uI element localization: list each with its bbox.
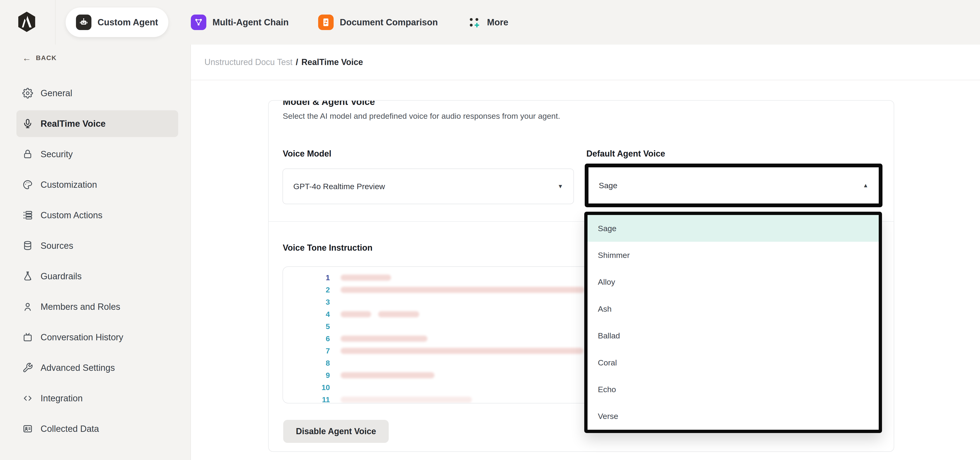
sidebar-item-label: Members and Roles bbox=[41, 302, 120, 312]
flask-icon bbox=[22, 271, 33, 282]
sidebar-item-integration[interactable]: Integration bbox=[0, 383, 190, 414]
sidebar-item-label: Advanced Settings bbox=[41, 363, 115, 373]
voice-option-label: Ballad bbox=[598, 331, 620, 340]
sidebar-item-collected-data[interactable]: Collected Data bbox=[0, 414, 190, 444]
breadcrumb-parent[interactable]: Unstructured Docu Test bbox=[204, 57, 293, 67]
code-icon bbox=[22, 393, 33, 404]
voice-option-verse[interactable]: Verse bbox=[587, 403, 879, 430]
redacted-text bbox=[340, 287, 584, 293]
default-agent-voice-select[interactable]: Sage ▲ bbox=[585, 164, 883, 207]
redacted-text bbox=[340, 348, 583, 354]
tab-label: Document Comparison bbox=[340, 18, 438, 27]
line-number: 11 bbox=[283, 394, 330, 403]
voice-option-ballad[interactable]: Ballad bbox=[587, 323, 879, 349]
line-number: 8 bbox=[283, 357, 330, 369]
sidebar-item-general[interactable]: General bbox=[0, 78, 190, 109]
line-number: 7 bbox=[283, 345, 330, 357]
sidebar-item-label: Sources bbox=[41, 241, 73, 251]
disable-agent-voice-button[interactable]: Disable Agent Voice bbox=[283, 420, 389, 443]
voice-model-label: Voice Model bbox=[283, 149, 331, 159]
voice-option-sage[interactable]: Sage bbox=[587, 215, 879, 242]
sidebar-item-label: Guardrails bbox=[41, 271, 81, 281]
sidebar-item-guardrails[interactable]: Guardrails bbox=[0, 261, 190, 291]
palette-icon bbox=[22, 179, 33, 190]
lock-icon bbox=[22, 149, 33, 160]
line-number: 2 bbox=[283, 284, 330, 296]
tab-multi-agent-chain[interactable]: Multi-Agent Chain bbox=[184, 8, 296, 37]
default-agent-voice-label: Default Agent Voice bbox=[586, 149, 665, 159]
sidebar-item-conversation-history[interactable]: Conversation History bbox=[0, 322, 190, 353]
top-tabs: Custom AgentMulti-Agent ChainDocument Co… bbox=[66, 0, 515, 45]
voice-option-label: Echo bbox=[598, 385, 616, 394]
sidebar-item-realtime-voice[interactable]: RealTime Voice bbox=[0, 109, 190, 139]
sidebar-item-custom-actions[interactable]: Custom Actions bbox=[0, 200, 190, 230]
sidebar-item-label: Collected Data bbox=[41, 424, 99, 434]
sidebar-item-members-and-roles[interactable]: Members and Roles bbox=[0, 291, 190, 322]
hexagon-logo-icon bbox=[16, 8, 38, 36]
topbar: Custom AgentMulti-Agent ChainDocument Co… bbox=[0, 0, 980, 45]
section-description: Select the AI model and predefined voice… bbox=[283, 112, 560, 121]
sidebar-nav: GeneralRealTime VoiceSecurityCustomizati… bbox=[0, 78, 190, 444]
breadcrumb-separator: / bbox=[296, 57, 298, 67]
gear-icon bbox=[22, 88, 33, 99]
redacted-text bbox=[340, 372, 434, 379]
tab-custom-agent[interactable]: Custom Agent bbox=[66, 8, 168, 37]
redacted-text bbox=[340, 397, 472, 403]
voice-options-dropdown: SageShimmerAlloyAshBalladCoralEchoVerse bbox=[584, 212, 882, 433]
line-number: 3 bbox=[283, 296, 330, 308]
voice-option-label: Coral bbox=[598, 358, 617, 367]
database-icon bbox=[22, 240, 33, 251]
tab-more[interactable]: More bbox=[460, 8, 515, 37]
tools-icon bbox=[22, 363, 33, 373]
calendar-icon bbox=[22, 332, 33, 343]
voice-option-label: Ash bbox=[598, 304, 612, 313]
sidebar-item-customization[interactable]: Customization bbox=[0, 169, 190, 200]
sidebar-item-label: Custom Actions bbox=[41, 210, 102, 220]
sidebar-item-security[interactable]: Security bbox=[0, 139, 190, 169]
voice-option-shimmer[interactable]: Shimmer bbox=[587, 242, 879, 268]
breadcrumb: Unstructured Docu Test / RealTime Voice bbox=[191, 45, 980, 80]
sidebar-item-label: Integration bbox=[41, 393, 83, 403]
default-agent-voice-value: Sage bbox=[599, 181, 617, 190]
section-title: Model & Agent Voice bbox=[283, 100, 375, 107]
redacted-text bbox=[340, 335, 427, 342]
voice-option-label: Shimmer bbox=[598, 251, 630, 260]
line-number: 9 bbox=[283, 369, 330, 382]
voice-option-ash[interactable]: Ash bbox=[587, 295, 879, 322]
sidebar-item-label: Security bbox=[41, 149, 73, 159]
actions-stack-icon bbox=[22, 210, 33, 220]
chevron-up-icon: ▲ bbox=[863, 182, 869, 189]
tab-document-comparison[interactable]: Document Comparison bbox=[311, 8, 445, 37]
id-card-icon bbox=[22, 423, 33, 434]
voice-option-label: Alloy bbox=[598, 277, 615, 287]
voice-model-select[interactable]: GPT-4o Realtime Preview ▼ bbox=[283, 169, 574, 204]
line-number: 5 bbox=[283, 320, 330, 332]
tab-label: Custom Agent bbox=[97, 18, 158, 27]
tab-label: Multi-Agent Chain bbox=[212, 18, 289, 27]
sidebar-item-sources[interactable]: Sources bbox=[0, 230, 190, 261]
voice-option-label: Sage bbox=[598, 224, 616, 233]
person-icon bbox=[22, 301, 33, 312]
sidebar-item-label: Conversation History bbox=[41, 332, 123, 342]
back-arrow-icon: ← bbox=[22, 54, 31, 62]
topbar-divider bbox=[55, 0, 56, 45]
tab-label: More bbox=[487, 18, 508, 27]
line-number: 4 bbox=[283, 308, 330, 320]
sidebar-item-label: Customization bbox=[41, 180, 97, 190]
voice-option-coral[interactable]: Coral bbox=[587, 349, 879, 376]
voice-model-value: GPT-4o Realtime Preview bbox=[293, 182, 385, 191]
microphone-icon bbox=[22, 118, 33, 129]
voice-option-alloy[interactable]: Alloy bbox=[587, 269, 879, 295]
line-number: 6 bbox=[283, 332, 330, 345]
back-button[interactable]: ← BACK bbox=[22, 54, 57, 62]
chevron-down-icon: ▼ bbox=[557, 183, 563, 190]
robot-icon bbox=[76, 14, 91, 30]
voice-option-label: Verse bbox=[598, 412, 618, 421]
breadcrumb-current: RealTime Voice bbox=[302, 57, 363, 67]
sidebar-item-advanced-settings[interactable]: Advanced Settings bbox=[0, 353, 190, 383]
redacted-text bbox=[340, 275, 391, 281]
redacted-text bbox=[378, 311, 419, 317]
line-number: 10 bbox=[283, 382, 330, 394]
app-logo[interactable] bbox=[16, 8, 38, 36]
voice-option-echo[interactable]: Echo bbox=[587, 376, 879, 403]
